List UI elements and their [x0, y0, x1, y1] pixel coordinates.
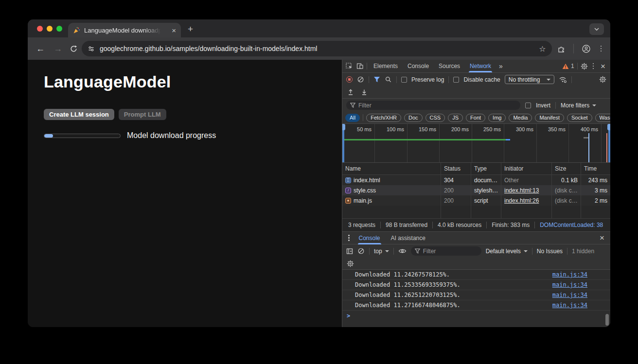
console-prompt[interactable]: >: [342, 311, 610, 321]
chip-css[interactable]: CSS: [425, 114, 445, 122]
bookmark-star-icon[interactable]: ☆: [539, 44, 546, 53]
url-text[interactable]: googlechrome.github.io/samples/downloadi…: [100, 45, 534, 52]
network-filter-input[interactable]: [358, 102, 516, 109]
message-source-link[interactable]: main.js:34: [552, 300, 587, 310]
chip-media[interactable]: Media: [509, 114, 532, 122]
column-status[interactable]: Status: [441, 163, 471, 174]
message-source-link[interactable]: main.js:34: [552, 290, 587, 300]
download-progress-bar: [44, 134, 121, 138]
summary-finish: Finish: 383 ms: [492, 222, 530, 228]
close-window-button[interactable]: [37, 26, 43, 32]
console-sidebar-toggle-icon[interactable]: [346, 248, 353, 255]
tab-console[interactable]: Console: [404, 60, 432, 72]
request-type: script: [471, 195, 501, 206]
filter-funnel-icon: [350, 103, 355, 108]
initiator-link[interactable]: index.html:13: [504, 187, 539, 194]
back-button[interactable]: ←: [35, 44, 46, 54]
invert-filter-checkbox[interactable]: [525, 103, 531, 108]
chip-fetch-xhr[interactable]: Fetch/XHR: [366, 114, 401, 122]
device-toolbar-icon[interactable]: [356, 62, 364, 70]
network-conditions-icon[interactable]: [559, 76, 567, 83]
more-tabs-icon[interactable]: »: [497, 62, 504, 70]
tab-search-button[interactable]: [589, 23, 604, 35]
search-icon[interactable]: [385, 76, 392, 83]
console-filter-input-wrap[interactable]: [411, 246, 481, 256]
throttling-select[interactable]: No throttling: [505, 75, 555, 84]
new-tab-button[interactable]: +: [188, 24, 193, 35]
export-har-icon[interactable]: [361, 88, 368, 96]
column-size[interactable]: Size: [552, 163, 581, 174]
column-type[interactable]: Type: [471, 163, 501, 174]
console-settings-icon[interactable]: [347, 260, 354, 267]
preserve-log-checkbox[interactable]: [401, 77, 407, 83]
tab-elements[interactable]: Elements: [370, 60, 401, 72]
clear-console-icon[interactable]: [357, 247, 365, 255]
tab-close-icon[interactable]: ×: [172, 27, 176, 34]
extensions-icon[interactable]: [557, 44, 566, 53]
drawer-menu-icon[interactable]: [346, 235, 352, 241]
issues-counter[interactable]: No Issues: [537, 248, 563, 255]
column-initiator[interactable]: Initiator: [501, 163, 552, 174]
live-expression-eye-icon[interactable]: [398, 248, 407, 254]
drawer-tab-ai-assistance[interactable]: AI assistance: [388, 232, 429, 244]
chevron-down-icon: [385, 250, 389, 252]
chip-socket[interactable]: Socket: [567, 114, 592, 122]
create-llm-session-button[interactable]: Create LLM session: [44, 109, 114, 120]
maximize-window-button[interactable]: [56, 26, 62, 32]
address-bar[interactable]: googlechrome.github.io/samples/downloadi…: [82, 41, 552, 56]
record-network-log-button[interactable]: [346, 76, 353, 83]
network-settings-icon[interactable]: [599, 76, 606, 83]
request-row-index-html[interactable]: index.html 304 docum… Other 0.1 kB 243 m…: [342, 175, 610, 185]
chip-all[interactable]: All: [345, 114, 360, 122]
request-name: main.js: [354, 197, 372, 204]
toolbar-divider: [369, 248, 370, 255]
inspect-element-icon[interactable]: [345, 62, 353, 70]
drawer-scrollbar-thumb[interactable]: [605, 314, 609, 326]
javascript-context-select[interactable]: top: [374, 248, 389, 255]
devtools-menu-icon[interactable]: [591, 63, 596, 69]
more-filters-button[interactable]: More filters: [561, 102, 596, 109]
browser-tab[interactable]: LanguageModel downloadpro ×: [68, 23, 181, 37]
prompt-llm-button[interactable]: Prompt LLM: [119, 109, 166, 120]
chip-wasm[interactable]: Wasm: [595, 114, 610, 122]
chip-js[interactable]: JS: [448, 114, 463, 122]
chip-img[interactable]: Img: [488, 114, 506, 122]
filter-funnel-icon[interactable]: [373, 76, 380, 83]
initiator-link[interactable]: index.html:26: [504, 197, 539, 204]
tab-title: LanguageModel downloadpro: [84, 27, 161, 34]
reload-button[interactable]: [70, 45, 78, 53]
message-source-link[interactable]: main.js:34: [552, 270, 587, 279]
overview-left-handle[interactable]: [342, 124, 344, 162]
chip-font[interactable]: Font: [466, 114, 485, 122]
profile-icon[interactable]: [582, 44, 591, 53]
chip-manifest[interactable]: Manifest: [535, 114, 564, 122]
network-overview-timeline[interactable]: 50 ms 100 ms 150 ms 200 ms 250 ms 300 ms…: [342, 124, 610, 163]
drawer-tab-console[interactable]: Console: [355, 232, 384, 244]
request-time: 3 ms: [581, 185, 610, 195]
log-levels-select[interactable]: Default levels: [486, 248, 528, 255]
request-row-style-css[interactable]: / style.css 200 stylesh… index.html:13 (…: [342, 185, 610, 195]
network-filter-input-wrap[interactable]: [346, 101, 520, 110]
chip-doc[interactable]: Doc: [404, 114, 423, 122]
column-name[interactable]: Name: [342, 163, 441, 174]
console-filter-input[interactable]: [423, 248, 478, 255]
overview-right-handle[interactable]: [608, 124, 610, 162]
disable-cache-checkbox[interactable]: [453, 77, 459, 83]
forward-button[interactable]: →: [52, 44, 64, 54]
clear-network-log-icon[interactable]: [357, 76, 364, 83]
warning-counter[interactable]: 1: [562, 63, 574, 69]
hidden-messages-count[interactable]: 1 hidden: [572, 248, 594, 255]
devtools-close-icon[interactable]: ×: [599, 62, 607, 70]
column-time[interactable]: Time: [581, 163, 610, 174]
devtools-settings-icon[interactable]: [581, 63, 588, 70]
tab-sources[interactable]: Sources: [435, 60, 463, 72]
toolbar-divider: [567, 248, 567, 255]
import-har-icon[interactable]: [347, 88, 354, 96]
message-source-link[interactable]: main.js:34: [552, 280, 587, 290]
request-row-main-js[interactable]: ● main.js 200 script index.html:26 (disk…: [342, 195, 610, 206]
site-settings-icon[interactable]: [88, 45, 95, 52]
browser-menu-icon[interactable]: [599, 46, 604, 52]
drawer-close-icon[interactable]: ×: [598, 234, 606, 242]
tab-network[interactable]: Network: [466, 60, 495, 72]
minimize-window-button[interactable]: [47, 26, 53, 32]
